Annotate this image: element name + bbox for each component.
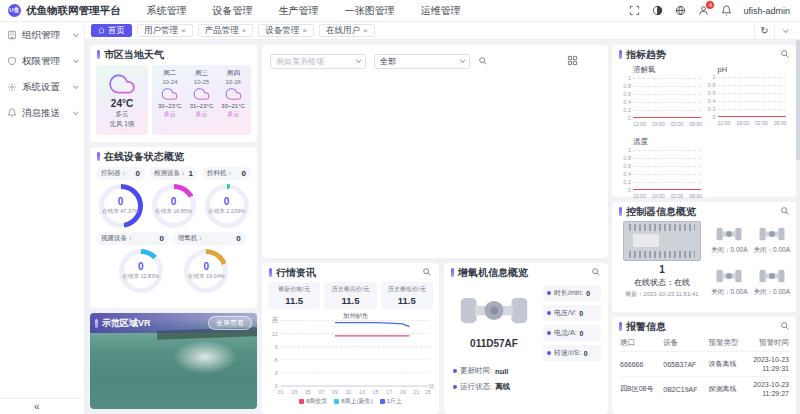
filter-select[interactable]: 全部 (374, 54, 470, 69)
current-cond: 多云 (116, 110, 129, 119)
chevron-down-icon (73, 83, 79, 89)
close-icon[interactable]: × (302, 27, 307, 35)
channel-1[interactable]: 关闭：0.00A (711, 221, 748, 257)
vr-fullscreen-button[interactable]: 全屏查看 (208, 316, 252, 330)
forecast-day: 周二 10-24 30~23°C 多云 (158, 69, 182, 131)
sidebar-item-label: 系统设置 (22, 81, 60, 94)
fullscreen-icon[interactable] (628, 5, 640, 17)
zero-line (718, 116, 786, 117)
legend-item[interactable]: 8两统货 (299, 397, 327, 406)
forecast-day: 周三 10-25 31~23°C 多云 (190, 69, 214, 131)
aerator-device-id: 011D57AF (470, 338, 518, 349)
metric-duration: 时长/min:0 (543, 285, 601, 301)
channel-3[interactable]: 关闭：0.00A (711, 263, 748, 299)
sidebar-item-organization[interactable]: 组织管理 (0, 22, 84, 48)
refresh-icon[interactable]: ↻ (754, 22, 774, 39)
close-icon[interactable]: × (181, 27, 186, 35)
header-actions: 4 ufish-admin (628, 5, 800, 17)
farm-select[interactable]: 例如某养殖场 (270, 54, 366, 69)
close-icon[interactable]: × (363, 27, 368, 35)
legend-item[interactable]: 8两上(新鱼) (334, 397, 372, 406)
forecast-day: 周四 10-26 30~21°C 多云 (221, 69, 245, 131)
nav-production[interactable]: 生产管理 (279, 4, 319, 18)
table-row[interactable]: 666666065B37AF设备离线2023-10-23 11:29:31 (620, 351, 789, 376)
market-stats: 最新价格/元11.5 历史最高价/元11.5 历史最低价/元11.5 (262, 279, 439, 312)
theme-icon[interactable] (651, 5, 663, 17)
chevron-down-icon (73, 31, 79, 37)
tab-product-mgmt[interactable]: 产品管理× (198, 24, 254, 37)
weather-title: 市区当地天气 (104, 48, 164, 62)
controller-channels: 关闭：0.00A 关闭：0.00A 关闭：0.00A 关闭：0.00A (711, 221, 790, 299)
nav-map[interactable]: 一张图管理 (345, 4, 395, 18)
aerator-image (454, 283, 534, 335)
cloud-icon (192, 86, 211, 102)
metric-speed: 转速/r/S:0 (543, 345, 601, 361)
controller-card: 控制器信息概览 1 在线状态：在线 最新：2023-10-23 11:51:41… (612, 202, 797, 312)
sidebar-collapse-button[interactable]: « (0, 398, 85, 414)
tab-online-users[interactable]: 在线用户× (319, 24, 375, 37)
bell-icon[interactable] (720, 5, 732, 17)
count-pill-aerator: 增氧机：0 (173, 232, 246, 245)
donut-camera: 0在线率 12.83% (119, 249, 163, 293)
search-icon[interactable] (780, 321, 790, 333)
tab-home[interactable]: 首页 (91, 24, 132, 37)
page-scrollbar[interactable] (796, 40, 800, 414)
current-wind: 北风 1级 (110, 120, 135, 129)
svg-text:03: 03 (291, 389, 297, 395)
map-toolbar: 例如某养殖场 全部 (262, 45, 608, 77)
alarms-card: 报警信息 塘口设备预警类型预警时间 666666065B37AF设备离线2023… (612, 317, 797, 414)
chevron-down-icon (73, 109, 79, 115)
vr-title: 示范区域VR (102, 317, 151, 330)
title-marker (619, 322, 622, 331)
channel-4[interactable]: 关闭：0.00A (754, 263, 791, 299)
stat-latest-price: 最新价格/元11.5 (268, 282, 320, 309)
svg-text:3: 3 (275, 370, 278, 376)
tab-device-mgmt[interactable]: 设备管理× (258, 24, 314, 37)
nav-device[interactable]: 设备管理 (213, 4, 253, 18)
app: U鱼 优鱼物联网管理平台 系统管理 设备管理 生产管理 一张图管理 运维管理 4 (0, 0, 800, 414)
aerator-icon (714, 224, 744, 244)
title-marker (619, 50, 622, 59)
sidebar-item-settings[interactable]: 系统设置 (0, 74, 84, 100)
search-icon[interactable] (780, 49, 790, 61)
map-canvas[interactable] (262, 77, 608, 257)
username[interactable]: ufish-admin (743, 6, 790, 16)
svg-text:01: 01 (278, 389, 284, 395)
search-icon[interactable] (478, 52, 488, 70)
count-pill-camera: 视频设备：0 (96, 232, 169, 245)
controller-latest-time: 最新：2023-10-23 11:51:41 (625, 290, 698, 299)
top-nav: 系统管理 设备管理 生产管理 一张图管理 运维管理 (147, 4, 461, 18)
search-icon[interactable] (591, 267, 601, 279)
home-icon (98, 27, 105, 34)
tab-user-mgmt[interactable]: 用户管理× (137, 24, 193, 37)
language-globe-icon[interactable] (674, 5, 686, 17)
table-row[interactable]: 四B区08号0B2C19AF探测离线2023-10-23 11:29:27 (620, 376, 789, 401)
legend-item[interactable]: 1斤上 (380, 397, 402, 406)
sidebar-item-push[interactable]: 消息推送 (0, 100, 84, 126)
search-icon[interactable] (422, 267, 432, 279)
nav-ops[interactable]: 运维管理 (421, 4, 461, 18)
cloud-icon (107, 71, 137, 97)
alarms-title: 报警信息 (626, 320, 666, 334)
vr-card: 示范区域VR 全屏查看 (90, 313, 257, 409)
grid-view-icon[interactable] (567, 52, 578, 70)
notification-badge: 4 (706, 1, 714, 9)
x-unit: 日 (429, 383, 434, 390)
tags-view-bar: 首页 用户管理× 产品管理× 设备管理× 在线用户× ↻ (85, 22, 800, 40)
controller-title: 控制器信息概览 (626, 205, 696, 219)
channel-2[interactable]: 关闭：0.00A (754, 221, 791, 257)
trends-card: 指标趋势 溶解氧 10.80.60.40.20 12:0019:0002:000… (612, 45, 797, 197)
app-title: 优鱼物联网管理平台 (26, 4, 121, 18)
device-status-card: 在线设备状态概览 控制器：0 检测设备：1 投料机：0 0在线率 47.37% … (90, 147, 257, 308)
donut-detector: 0在线率 16.85% (152, 184, 196, 228)
zero-line (633, 189, 701, 190)
sidebar-item-label: 权限管理 (22, 55, 60, 68)
nav-system[interactable]: 系统管理 (147, 4, 187, 18)
search-icon[interactable] (780, 206, 790, 218)
metric-current: 电流/A:0 (543, 325, 601, 341)
trend-chart-dissolved-oxygen: 溶解氧 10.80.60.40.20 12:0019:0002:0009:00 (620, 65, 704, 127)
tab-menu-chevron-icon[interactable] (774, 22, 794, 39)
close-icon[interactable]: × (242, 27, 247, 35)
sidebar-item-permissions[interactable]: 权限管理 (0, 48, 84, 74)
messages-user-icon[interactable]: 4 (697, 5, 709, 17)
